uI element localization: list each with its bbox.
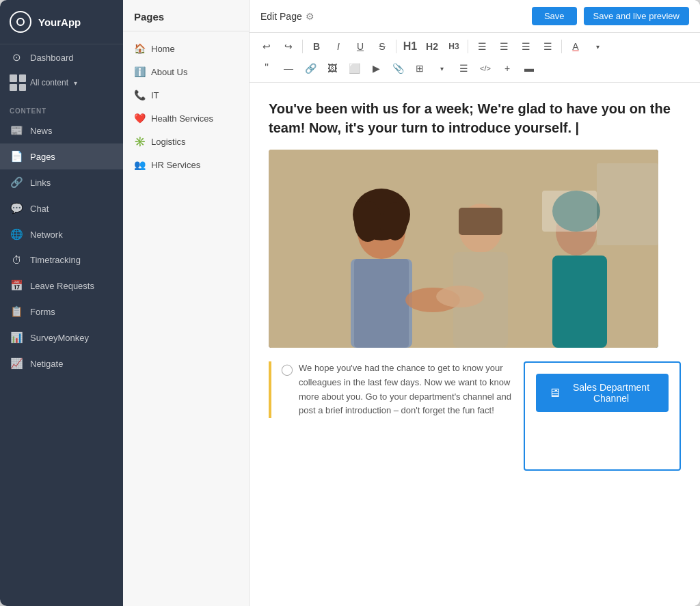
logo-icon: [10, 11, 31, 33]
location-pin-icon: ◯: [281, 363, 293, 418]
grid-icon: [10, 74, 26, 91]
code-button[interactable]: </>: [475, 59, 496, 78]
sidebar-item-chat[interactable]: 💬 Chat: [0, 195, 123, 221]
sidebar-item-links[interactable]: 🔗 Links: [0, 169, 123, 195]
align-left-button[interactable]: ☰: [472, 37, 492, 56]
strikethrough-button[interactable]: S: [372, 37, 392, 56]
sidebar-item-dashboard[interactable]: ⊙ Dashboard: [0, 44, 123, 70]
play-button[interactable]: ▶: [366, 59, 386, 78]
h2-button[interactable]: H2: [422, 37, 442, 56]
about-page-icon: ℹ️: [134, 66, 146, 77]
editor-area: Edit Page ⚙ Save Save and live preview ↩…: [250, 0, 700, 606]
chevron-down-icon: ▾: [74, 79, 77, 87]
formatting-toolbar: ↩ ↪ B I U S H1 H2 H3 ☰ ☰ ☰ ☰ A ▾ " — 🔗 �: [250, 33, 700, 83]
timetracking-icon: ⏱: [10, 254, 23, 266]
svg-rect-12: [552, 256, 607, 348]
sidebar-item-label: Pages: [30, 152, 55, 162]
sidebar-item-leave-requests[interactable]: 📅 Leave Requests: [0, 273, 123, 299]
app-logo: YourApp: [0, 0, 123, 44]
table-arrow[interactable]: ▾: [431, 59, 452, 78]
pages-panel-header: Pages: [123, 0, 249, 31]
h3-button[interactable]: H3: [444, 37, 464, 56]
table-button[interactable]: ⊞: [409, 59, 430, 78]
home-page-icon: 🏠: [134, 43, 146, 54]
quote-button[interactable]: ": [256, 59, 277, 78]
sidebar: YourApp ⊙ Dashboard All content ▾ CONTEN…: [0, 0, 123, 606]
toolbar-divider-2: [396, 40, 396, 53]
sidebar-item-label: Dashboard: [30, 53, 74, 63]
all-content-label: All content: [30, 78, 68, 87]
sidebar-item-label: Network: [30, 230, 63, 240]
page-item-hr-services[interactable]: 👥 HR Services: [123, 153, 249, 176]
sidebar-item-news[interactable]: 📰 News: [0, 118, 123, 143]
underline-button[interactable]: U: [350, 37, 371, 56]
sidebar-item-network[interactable]: 🌐 Network: [0, 221, 123, 247]
editor-content[interactable]: You've been with us for a week; We're gl…: [250, 83, 700, 606]
save-button[interactable]: Save: [532, 7, 577, 25]
page-item-label: Home: [151, 44, 175, 54]
pages-icon: 📄: [10, 150, 23, 163]
pages-list: 🏠 Home ℹ️ About Us 📞 IT ❤️ Health Servic…: [123, 31, 249, 182]
news-icon: 📰: [10, 124, 23, 137]
links-icon: 🔗: [10, 176, 23, 189]
pages-panel: Pages 🏠 Home ℹ️ About Us 📞 IT ❤️ Health …: [123, 0, 250, 606]
embed-button[interactable]: ▬: [519, 59, 539, 78]
redo-button[interactable]: ↪: [278, 37, 299, 56]
add-button[interactable]: +: [497, 59, 517, 78]
sidebar-item-label: Chat: [30, 204, 49, 214]
svg-rect-15: [542, 191, 597, 232]
health-page-icon: ❤️: [134, 113, 146, 124]
sidebar-item-timetracking[interactable]: ⏱ Timetracking: [0, 247, 123, 273]
sidebar-item-pages[interactable]: 📄 Pages: [0, 143, 123, 169]
bold-button[interactable]: B: [306, 37, 327, 56]
page-item-logistics[interactable]: ✳️ Logistics: [123, 130, 249, 153]
h1-button[interactable]: H1: [400, 37, 420, 56]
image-button[interactable]: 🖼: [322, 59, 342, 78]
font-color-arrow[interactable]: ▾: [587, 37, 608, 56]
leave-requests-icon: 📅: [10, 279, 23, 292]
svg-rect-6: [354, 259, 409, 348]
page-item-about-us[interactable]: ℹ️ About Us: [123, 60, 249, 83]
all-content-button[interactable]: All content ▾: [0, 70, 123, 98]
clip-button[interactable]: 📎: [388, 59, 408, 78]
content-section-label: CONTENT: [0, 98, 123, 118]
page-item-home[interactable]: 🏠 Home: [123, 37, 249, 60]
align-justify-button[interactable]: ☰: [537, 37, 558, 56]
channel-button[interactable]: 🖥 Sales Department Channel: [536, 374, 669, 412]
channel-card[interactable]: 🖥 Sales Department Channel: [524, 361, 681, 471]
media-button[interactable]: ⬜: [344, 59, 364, 78]
toolbar-divider-3: [468, 40, 468, 53]
italic-button[interactable]: I: [328, 37, 349, 56]
link-button[interactable]: 🔗: [300, 59, 321, 78]
align-right-button[interactable]: ☰: [515, 37, 536, 56]
page-item-label: About Us: [151, 67, 187, 77]
hr-button[interactable]: —: [278, 59, 299, 78]
quote-text: We hope you've had the chance to get to …: [299, 361, 513, 418]
page-item-it[interactable]: 📞 IT: [123, 83, 249, 107]
logistics-page-icon: ✳️: [134, 136, 146, 147]
page-item-label: IT: [151, 90, 159, 100]
toolbar-divider: [302, 40, 303, 53]
forms-icon: 📋: [10, 305, 23, 318]
sidebar-item-netigate[interactable]: 📈 Netigate: [0, 350, 123, 376]
sidebar-item-surveymonkey[interactable]: 📊 SurveyMonkey: [0, 325, 123, 350]
save-preview-button[interactable]: Save and live preview: [584, 7, 689, 25]
gear-icon[interactable]: ⚙: [306, 11, 314, 22]
hr-page-icon: 👥: [134, 159, 146, 170]
sidebar-item-forms[interactable]: 📋 Forms: [0, 299, 123, 325]
channel-button-label: Sales Department Channel: [566, 382, 656, 404]
surveymonkey-icon: 📊: [10, 331, 23, 344]
page-item-health-services[interactable]: ❤️ Health Services: [123, 107, 249, 130]
svg-rect-8: [459, 208, 502, 235]
svg-point-3: [354, 201, 381, 242]
toolbar-divider-4: [561, 40, 562, 53]
quote-block: ◯ We hope you've had the chance to get t…: [269, 361, 513, 418]
sidebar-item-label: News: [30, 126, 53, 136]
font-color-button[interactable]: A: [565, 37, 586, 56]
align-center-button[interactable]: ☰: [494, 37, 514, 56]
list-button[interactable]: ☰: [453, 59, 474, 78]
editor-heading[interactable]: You've been with us for a week; We're gl…: [269, 99, 681, 137]
undo-button[interactable]: ↩: [256, 37, 277, 56]
sidebar-item-label: Timetracking: [30, 255, 81, 265]
network-icon: 🌐: [10, 228, 23, 240]
